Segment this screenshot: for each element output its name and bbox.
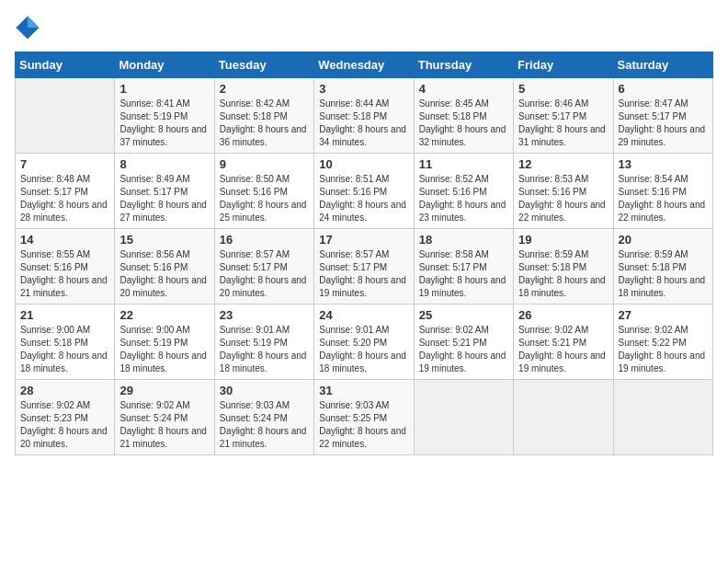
calendar-cell: 25Sunrise: 9:02 AMSunset: 5:21 PMDayligh… — [414, 304, 513, 380]
calendar-cell: 14Sunrise: 8:55 AMSunset: 5:16 PMDayligh… — [16, 229, 115, 304]
day-number: 31 — [319, 384, 408, 397]
day-number: 10 — [319, 157, 408, 171]
cell-info: Sunrise: 8:58 AMSunset: 5:17 PMDaylight:… — [419, 248, 508, 300]
calendar-cell — [514, 380, 613, 455]
day-number: 8 — [119, 157, 209, 171]
calendar-cell: 1Sunrise: 8:41 AMSunset: 5:19 PMDaylight… — [115, 78, 214, 154]
logo — [15, 15, 44, 40]
cell-info: Sunrise: 8:56 AMSunset: 5:16 PMDaylight:… — [119, 248, 209, 300]
calendar-cell: 2Sunrise: 8:42 AMSunset: 5:18 PMDaylight… — [214, 78, 313, 154]
calendar-cell: 17Sunrise: 8:57 AMSunset: 5:17 PMDayligh… — [314, 229, 414, 304]
cell-info: Sunrise: 8:59 AMSunset: 5:18 PMDaylight:… — [518, 248, 608, 300]
day-number: 15 — [119, 233, 209, 247]
day-number: 1 — [119, 82, 209, 96]
calendar-cell: 6Sunrise: 8:47 AMSunset: 5:17 PMDaylight… — [613, 78, 712, 154]
cell-info: Sunrise: 8:53 AMSunset: 5:16 PMDaylight:… — [518, 173, 608, 224]
cell-info: Sunrise: 9:01 AMSunset: 5:20 PMDaylight:… — [319, 324, 408, 375]
day-number: 25 — [419, 308, 508, 322]
calendar-cell: 22Sunrise: 9:00 AMSunset: 5:19 PMDayligh… — [115, 304, 214, 380]
page-header — [15, 15, 713, 40]
calendar-header: SundayMondayTuesdayWednesdayThursdayFrid… — [16, 52, 713, 78]
cell-info: Sunrise: 9:02 AMSunset: 5:23 PMDaylight:… — [20, 399, 109, 451]
cell-info: Sunrise: 8:42 AMSunset: 5:18 PMDaylight:… — [220, 98, 309, 149]
calendar-table: SundayMondayTuesdayWednesdayThursdayFrid… — [15, 52, 713, 455]
calendar-cell: 7Sunrise: 8:48 AMSunset: 5:17 PMDaylight… — [16, 154, 115, 229]
day-number: 28 — [20, 384, 109, 397]
calendar-cell: 3Sunrise: 8:44 AMSunset: 5:18 PMDaylight… — [314, 78, 414, 154]
cell-info: Sunrise: 9:01 AMSunset: 5:19 PMDaylight:… — [220, 324, 309, 375]
day-number: 11 — [419, 157, 508, 171]
cell-info: Sunrise: 8:47 AMSunset: 5:17 PMDaylight:… — [619, 98, 708, 149]
calendar-cell: 21Sunrise: 9:00 AMSunset: 5:18 PMDayligh… — [16, 304, 115, 380]
calendar-cell: 24Sunrise: 9:01 AMSunset: 5:20 PMDayligh… — [314, 304, 414, 380]
cell-info: Sunrise: 8:46 AMSunset: 5:17 PMDaylight:… — [518, 98, 608, 149]
day-number: 9 — [220, 157, 309, 171]
day-number: 26 — [518, 308, 608, 322]
cell-info: Sunrise: 8:44 AMSunset: 5:18 PMDaylight:… — [319, 98, 408, 149]
calendar-cell: 30Sunrise: 9:03 AMSunset: 5:24 PMDayligh… — [214, 380, 313, 455]
calendar-cell: 27Sunrise: 9:02 AMSunset: 5:22 PMDayligh… — [613, 304, 712, 380]
cell-info: Sunrise: 9:03 AMSunset: 5:24 PMDaylight:… — [220, 399, 309, 451]
day-number: 22 — [119, 308, 209, 322]
calendar-week-1: 1Sunrise: 8:41 AMSunset: 5:19 PMDaylight… — [16, 78, 713, 154]
logo-icon — [15, 15, 40, 40]
calendar-cell: 29Sunrise: 9:02 AMSunset: 5:24 PMDayligh… — [115, 380, 214, 455]
cell-info: Sunrise: 8:51 AMSunset: 5:16 PMDaylight:… — [319, 173, 408, 224]
cell-info: Sunrise: 8:59 AMSunset: 5:18 PMDaylight:… — [619, 248, 708, 300]
calendar-cell: 12Sunrise: 8:53 AMSunset: 5:16 PMDayligh… — [514, 154, 613, 229]
cell-info: Sunrise: 8:45 AMSunset: 5:18 PMDaylight:… — [419, 98, 508, 149]
calendar-cell: 18Sunrise: 8:58 AMSunset: 5:17 PMDayligh… — [414, 229, 513, 304]
calendar-cell — [613, 380, 712, 455]
cell-info: Sunrise: 8:55 AMSunset: 5:16 PMDaylight:… — [20, 248, 109, 300]
calendar-cell: 28Sunrise: 9:02 AMSunset: 5:23 PMDayligh… — [16, 380, 115, 455]
header-day-thursday: Thursday — [414, 52, 513, 78]
header-row: SundayMondayTuesdayWednesdayThursdayFrid… — [16, 52, 713, 78]
calendar-cell: 15Sunrise: 8:56 AMSunset: 5:16 PMDayligh… — [115, 229, 214, 304]
cell-info: Sunrise: 8:50 AMSunset: 5:16 PMDaylight:… — [220, 173, 309, 224]
day-number: 17 — [319, 233, 408, 247]
calendar-cell: 31Sunrise: 9:03 AMSunset: 5:25 PMDayligh… — [314, 380, 414, 455]
day-number: 14 — [20, 233, 109, 247]
cell-info: Sunrise: 8:48 AMSunset: 5:17 PMDaylight:… — [20, 173, 109, 224]
day-number: 23 — [220, 308, 309, 322]
day-number: 12 — [518, 157, 608, 171]
header-day-wednesday: Wednesday — [314, 52, 414, 78]
day-number: 7 — [20, 157, 109, 171]
header-day-tuesday: Tuesday — [214, 52, 313, 78]
cell-info: Sunrise: 9:02 AMSunset: 5:24 PMDaylight:… — [119, 399, 209, 451]
calendar-cell: 4Sunrise: 8:45 AMSunset: 5:18 PMDaylight… — [414, 78, 513, 154]
svg-marker-1 — [28, 16, 40, 28]
day-number: 3 — [319, 82, 408, 96]
calendar-week-4: 21Sunrise: 9:00 AMSunset: 5:18 PMDayligh… — [16, 304, 713, 380]
cell-info: Sunrise: 9:02 AMSunset: 5:22 PMDaylight:… — [619, 324, 708, 375]
day-number: 2 — [220, 82, 309, 96]
calendar-cell: 10Sunrise: 8:51 AMSunset: 5:16 PMDayligh… — [314, 154, 414, 229]
day-number: 5 — [518, 82, 608, 96]
day-number: 16 — [220, 233, 309, 247]
cell-info: Sunrise: 8:41 AMSunset: 5:19 PMDaylight:… — [119, 98, 209, 149]
cell-info: Sunrise: 9:00 AMSunset: 5:18 PMDaylight:… — [20, 324, 109, 375]
calendar-cell: 5Sunrise: 8:46 AMSunset: 5:17 PMDaylight… — [514, 78, 613, 154]
calendar-cell: 9Sunrise: 8:50 AMSunset: 5:16 PMDaylight… — [214, 154, 313, 229]
cell-info: Sunrise: 8:49 AMSunset: 5:17 PMDaylight:… — [119, 173, 209, 224]
calendar-cell: 13Sunrise: 8:54 AMSunset: 5:16 PMDayligh… — [613, 154, 712, 229]
cell-info: Sunrise: 8:54 AMSunset: 5:16 PMDaylight:… — [619, 173, 708, 224]
header-day-sunday: Sunday — [16, 52, 115, 78]
cell-info: Sunrise: 9:03 AMSunset: 5:25 PMDaylight:… — [319, 399, 408, 451]
calendar-week-2: 7Sunrise: 8:48 AMSunset: 5:17 PMDaylight… — [16, 154, 713, 229]
day-number: 20 — [619, 233, 708, 247]
day-number: 24 — [319, 308, 408, 322]
cell-info: Sunrise: 9:00 AMSunset: 5:19 PMDaylight:… — [119, 324, 209, 375]
cell-info: Sunrise: 9:02 AMSunset: 5:21 PMDaylight:… — [518, 324, 608, 375]
calendar-week-3: 14Sunrise: 8:55 AMSunset: 5:16 PMDayligh… — [16, 229, 713, 304]
cell-info: Sunrise: 8:57 AMSunset: 5:17 PMDaylight:… — [319, 248, 408, 300]
calendar-cell — [414, 380, 513, 455]
day-number: 18 — [419, 233, 508, 247]
calendar-cell: 11Sunrise: 8:52 AMSunset: 5:16 PMDayligh… — [414, 154, 513, 229]
header-day-friday: Friday — [514, 52, 613, 78]
day-number: 4 — [419, 82, 508, 96]
calendar-cell: 26Sunrise: 9:02 AMSunset: 5:21 PMDayligh… — [514, 304, 613, 380]
cell-info: Sunrise: 8:57 AMSunset: 5:17 PMDaylight:… — [220, 248, 309, 300]
calendar-cell: 8Sunrise: 8:49 AMSunset: 5:17 PMDaylight… — [115, 154, 214, 229]
day-number: 13 — [619, 157, 708, 171]
